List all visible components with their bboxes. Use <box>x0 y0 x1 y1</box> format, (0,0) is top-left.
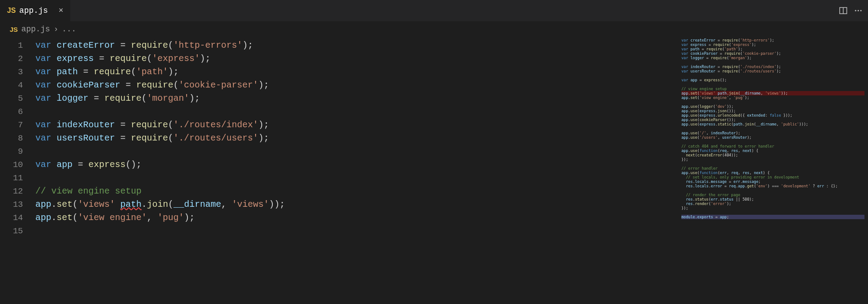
code-content[interactable]: var express = require('express'); <box>35 52 210 65</box>
code-line[interactable]: 15 <box>0 224 678 238</box>
line-number[interactable]: 15 <box>0 224 35 238</box>
minimap-line[interactable]: res.locals.error = req.app.get('env') ==… <box>681 184 864 188</box>
code-line[interactable]: 7var indexRouter = require('./routes/ind… <box>0 118 678 132</box>
minimap-line[interactable]: app.use(logger('dev')); <box>681 104 864 109</box>
javascript-file-icon: JS <box>10 26 18 33</box>
breadcrumb-tail[interactable]: ... <box>62 25 76 34</box>
minimap-line[interactable] <box>681 188 864 193</box>
minimap-line[interactable]: app.use('/', indexRouter); <box>681 131 864 135</box>
minimap-line[interactable] <box>681 162 864 166</box>
minimap-line[interactable] <box>681 126 864 131</box>
code-editor[interactable]: 1var createError = require('http-errors'… <box>0 37 678 304</box>
minimap-line[interactable] <box>681 100 864 104</box>
minimap-line[interactable]: res.status(err.status || 500); <box>681 197 864 201</box>
code-line[interactable]: 2var express = require('express'); <box>0 52 678 65</box>
minimap-line[interactable] <box>681 210 864 215</box>
minimap-line[interactable]: }); <box>681 157 864 162</box>
line-number[interactable]: 3 <box>0 65 35 79</box>
more-actions-icon[interactable] <box>854 6 863 15</box>
minimap-line[interactable]: app.set('views' path.join(__dirname, 'vi… <box>681 91 864 95</box>
code-line[interactable]: 5var logger = require('morgan'); <box>0 92 678 105</box>
minimap-line[interactable]: var logger = require('morgan'); <box>681 56 864 60</box>
code-line[interactable]: 10var app = express(); <box>0 158 678 171</box>
code-content[interactable]: var app = express(); <box>35 158 141 171</box>
code-line[interactable]: 11 <box>0 171 678 185</box>
line-number[interactable]: 5 <box>0 92 35 105</box>
code-line[interactable]: 12// view engine setup <box>0 185 678 198</box>
breadcrumb[interactable]: JS app.js › ... <box>0 21 868 37</box>
minimap-line[interactable]: res.locals.message = err.message; <box>681 179 864 184</box>
minimap-line[interactable]: app.use('/users', usersRouter); <box>681 135 864 140</box>
minimap-line[interactable]: app.use(function(req, res, next) { <box>681 148 864 153</box>
line-number[interactable]: 13 <box>0 198 35 211</box>
minimap-line[interactable]: res.render('error'); <box>681 201 864 206</box>
code-content[interactable]: app.set('view engine', 'pug'); <box>35 211 195 224</box>
minimap-line[interactable]: app.use(express.static(path.join(__dirna… <box>681 122 864 126</box>
minimap-line[interactable]: var app = express(); <box>681 78 864 82</box>
tabs-bar: JS app.js × <box>0 0 868 21</box>
tab-label: app.js <box>19 6 48 15</box>
minimap-line[interactable]: var express = require('express'); <box>681 42 864 47</box>
code-content[interactable]: // view engine setup <box>35 185 141 198</box>
code-line[interactable]: 8var usersRouter = require('./routes/use… <box>0 132 678 145</box>
minimap-line[interactable]: app.use(express.json()); <box>681 109 864 113</box>
svg-point-2 <box>855 10 856 11</box>
javascript-file-icon: JS <box>7 7 16 15</box>
line-number[interactable]: 11 <box>0 171 35 185</box>
code-content[interactable]: var indexRouter = require('./routes/inde… <box>35 118 269 132</box>
line-number[interactable]: 10 <box>0 158 35 171</box>
code-line[interactable]: 13app.set('views' path.join(__dirname, '… <box>0 198 678 211</box>
minimap-line[interactable]: var path = require('path'); <box>681 47 864 51</box>
code-line[interactable]: 3var path = require('path'); <box>0 65 678 79</box>
editor-wrap: 1var createError = require('http-errors'… <box>0 37 868 304</box>
code-line[interactable]: 6 <box>0 105 678 118</box>
minimap-line[interactable]: }); <box>681 206 864 210</box>
code-content[interactable]: var logger = require('morgan'); <box>35 92 200 105</box>
code-content[interactable]: var path = require('path'); <box>35 65 179 79</box>
line-number[interactable]: 6 <box>0 105 35 118</box>
minimap-line[interactable]: var cookieParser = require('cookie-parse… <box>681 51 864 56</box>
minimap-line[interactable]: app.use(cookieParser()); <box>681 118 864 122</box>
code-content[interactable]: var cookieParser = require('cookie-parse… <box>35 79 269 92</box>
minimap-line[interactable]: // catch 404 and forward to error handle… <box>681 144 864 148</box>
line-number[interactable]: 8 <box>0 132 35 145</box>
code-line[interactable]: 14app.set('view engine', 'pug'); <box>0 211 678 224</box>
minimap-line[interactable] <box>681 60 864 65</box>
minimap-line[interactable] <box>681 73 864 78</box>
minimap-line[interactable]: var createError = require('http-errors')… <box>681 38 864 42</box>
editor-actions <box>839 0 868 21</box>
code-content[interactable]: app.set('views' path.join(__dirname, 'vi… <box>35 198 285 211</box>
tab-app-js[interactable]: JS app.js × <box>0 0 70 21</box>
minimap-line[interactable]: // error handler <box>681 166 864 171</box>
line-number[interactable]: 7 <box>0 118 35 132</box>
minimap-line[interactable]: var indexRouter = require('./routes/inde… <box>681 65 864 69</box>
minimap-line[interactable]: app.use(express.urlencoded({ extended: f… <box>681 113 864 118</box>
minimap-line[interactable]: // view engine setup <box>681 87 864 91</box>
minimap-line[interactable]: app.set('view engine', 'pug'); <box>681 95 864 100</box>
minimap-line[interactable]: var usersRouter = require('./routes/user… <box>681 69 864 73</box>
minimap-line[interactable]: next(createError(404)); <box>681 153 864 157</box>
line-number[interactable]: 4 <box>0 79 35 92</box>
close-icon[interactable]: × <box>58 6 63 15</box>
line-number[interactable]: 1 <box>0 39 35 52</box>
code-content[interactable]: var usersRouter = require('./routes/user… <box>35 132 269 145</box>
minimap-line[interactable] <box>681 140 864 144</box>
line-number[interactable]: 2 <box>0 52 35 65</box>
minimap[interactable]: var createError = require('http-errors')… <box>678 37 868 304</box>
split-editor-icon[interactable] <box>839 6 848 15</box>
breadcrumb-file[interactable]: app.js <box>21 25 50 34</box>
code-line[interactable]: 9 <box>0 145 678 158</box>
line-number[interactable]: 12 <box>0 185 35 198</box>
svg-point-3 <box>857 10 859 11</box>
minimap-line[interactable]: module.exports = app; <box>681 215 864 219</box>
line-number[interactable]: 14 <box>0 211 35 224</box>
minimap-line[interactable]: // render the error page <box>681 193 864 197</box>
code-content[interactable]: var createError = require('http-errors')… <box>35 39 253 52</box>
minimap-line[interactable]: app.use(function(err, req, res, next) { <box>681 171 864 175</box>
svg-point-4 <box>860 10 861 11</box>
code-line[interactable]: 1var createError = require('http-errors'… <box>0 39 678 52</box>
minimap-line[interactable]: // set locals, only providing error in d… <box>681 175 864 179</box>
code-line[interactable]: 4var cookieParser = require('cookie-pars… <box>0 79 678 92</box>
minimap-line[interactable] <box>681 82 864 87</box>
line-number[interactable]: 9 <box>0 145 35 158</box>
